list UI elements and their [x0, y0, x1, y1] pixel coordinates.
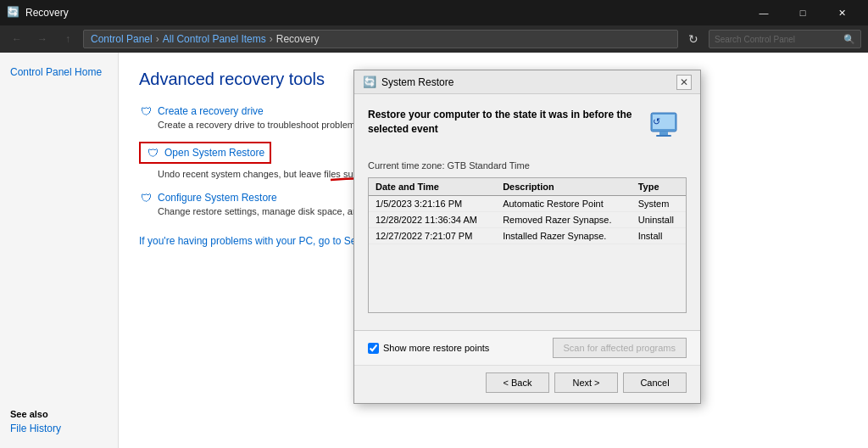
table-row[interactable]: 12/27/2022 7:21:07 PM Installed Razer Sy… [369, 228, 686, 244]
cell-date: 12/28/2022 11:36:34 AM [369, 212, 496, 228]
show-more-label: Show more restore points [383, 343, 489, 353]
cell-desc: Automatic Restore Point [496, 196, 632, 212]
restore-table-container[interactable]: Date and Time Description Type 1/5/2023 … [368, 177, 687, 313]
window-controls: — □ ✕ [744, 0, 861, 25]
titlebar-title: Recovery [25, 7, 744, 19]
restore-table: Date and Time Description Type 1/5/2023 … [369, 178, 686, 244]
search-placeholder: Search Control Panel [715, 35, 795, 44]
sidebar-item-home[interactable]: Control Panel Home [10, 66, 108, 78]
cancel-button[interactable]: Cancel [623, 372, 687, 393]
cell-date: 1/5/2023 3:21:16 PM [369, 196, 496, 212]
back-button[interactable]: ← [7, 29, 27, 49]
col-header-type: Type [632, 178, 686, 196]
cell-desc: Installed Razer Synapse. [496, 228, 632, 244]
minimize-button[interactable]: — [744, 0, 783, 25]
cell-date: 12/27/2022 7:21:07 PM [369, 228, 496, 244]
dialog-content: Restore your computer to the state it wa… [354, 94, 700, 330]
dialog-action-buttons: < Back Next > Cancel [354, 365, 700, 403]
dialog-header: Restore your computer to the state it wa… [368, 108, 687, 148]
cell-type: Install [632, 228, 686, 244]
maximize-button[interactable]: □ [783, 0, 822, 25]
search-icon: 🔍 [843, 34, 855, 45]
svg-rect-4 [656, 135, 671, 137]
breadcrumb-control-panel[interactable]: Control Panel [91, 33, 153, 45]
shield-icon-3: 🛡 [139, 191, 153, 204]
open-system-restore-link[interactable]: 🛡 Open System Restore [139, 142, 271, 164]
sidebar-see-also: See also File History [10, 402, 108, 434]
cell-type: System [632, 196, 686, 212]
col-header-date: Date and Time [369, 178, 496, 196]
cell-type: Uninstall [632, 212, 686, 228]
shield-icon-1: 🛡 [139, 104, 153, 118]
titlebar: 🔄 Recovery — □ ✕ [0, 0, 868, 25]
col-header-desc: Description [496, 178, 632, 196]
dialog-title-text: System Restore [381, 76, 676, 88]
up-button[interactable]: ↑ [58, 29, 78, 49]
dialog-footer: Show more restore points Scan for affect… [354, 330, 700, 365]
dialog-close-button[interactable]: ✕ [676, 75, 692, 90]
back-button[interactable]: < Back [486, 372, 549, 393]
timezone-text: Current time zone: GTB Standard Time [368, 160, 687, 171]
refresh-button[interactable]: ↻ [683, 29, 704, 49]
dialog-titlebar: 🔄 System Restore ✕ [354, 70, 700, 94]
close-button[interactable]: ✕ [822, 0, 861, 25]
dialog-title-icon: 🔄 [363, 76, 376, 88]
sidebar-item-file-history[interactable]: File History [10, 423, 61, 434]
dialog-header-text: Restore your computer to the state it wa… [368, 108, 646, 137]
show-more-checkbox-label[interactable]: Show more restore points [368, 343, 489, 354]
content-area: Control Panel Home See also File History… [0, 53, 868, 448]
svg-rect-3 [659, 132, 668, 135]
cell-desc: Removed Razer Synapse. [496, 212, 632, 228]
sidebar: Control Panel Home See also File History [0, 53, 119, 448]
main-panel: Advanced recovery tools 🛡 Create a recov… [119, 53, 868, 448]
svg-text:↺: ↺ [653, 116, 660, 126]
forward-button[interactable]: → [32, 29, 53, 49]
dialog-footer-left: Show more restore points [368, 343, 489, 354]
see-also-label: See also [10, 409, 108, 419]
breadcrumb-recovery: Recovery [276, 33, 320, 45]
search-box[interactable]: Search Control Panel 🔍 [709, 30, 861, 48]
app-icon: 🔄 [7, 6, 20, 20]
address-bar[interactable]: Control Panel › All Control Panel Items … [83, 30, 678, 48]
next-button[interactable]: Next > [554, 372, 618, 393]
system-restore-dialog[interactable]: 🔄 System Restore ✕ Restore your computer… [353, 70, 701, 404]
table-row[interactable]: 1/5/2023 3:21:16 PM Automatic Restore Po… [369, 196, 686, 212]
show-more-checkbox[interactable] [368, 343, 379, 354]
scan-affected-button[interactable]: Scan for affected programs [553, 338, 687, 358]
shield-icon-2: 🛡 [146, 146, 159, 160]
breadcrumb-all-items[interactable]: All Control Panel Items [163, 33, 266, 45]
table-row[interactable]: 12/28/2022 11:36:34 AM Removed Razer Syn… [369, 212, 686, 228]
dialog-header-icon: ↺ [646, 108, 687, 148]
addressbar: ← → ↑ Control Panel › All Control Panel … [0, 25, 868, 53]
